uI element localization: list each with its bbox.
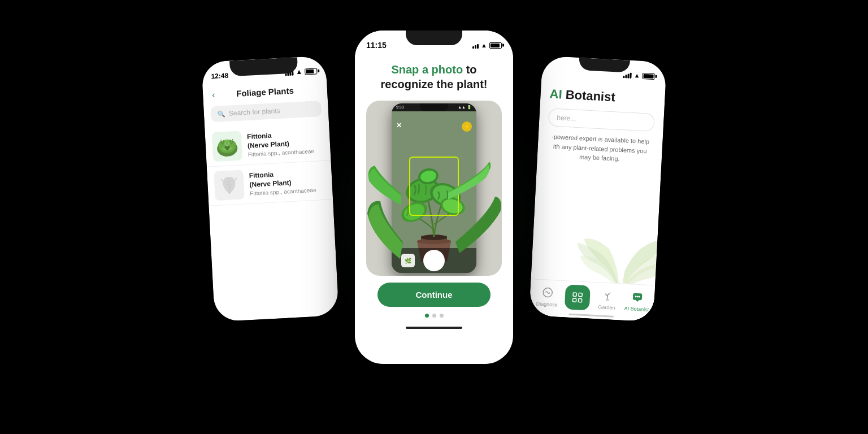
phone-center: 11:15 ▲ Snap a photo torecognize the pla… [355,31,513,364]
diagnose-icon [539,284,555,301]
dot-3 [440,314,444,318]
wifi-right-icon: ▲ [633,72,640,79]
scan-frame [409,157,459,216]
chat-svg [631,291,643,303]
snap-header: Snap a photo torecognize the plant! [355,55,513,101]
diagnose-label: Diagnose [536,301,558,308]
battery-icon [305,68,318,75]
search-bar[interactable]: 🔍 Search for plants [210,101,322,122]
flip-camera[interactable] [453,254,467,267]
phone-right: ▲ AI Botanist here... -powered expert is… [529,56,667,322]
camera-controls: 🌿 [392,248,476,273]
svg-rect-23 [578,298,581,302]
gallery-button[interactable]: 🌿 [401,254,415,267]
garden-label: Garden [598,304,615,311]
ai-botanist-icon [629,289,645,305]
time-right-spacer [553,71,565,72]
ai-botanist-label: AI Botanist [624,306,649,313]
nav-item-scan[interactable] [562,284,593,311]
nav-item-diagnose[interactable]: Diagnose [532,284,563,308]
home-bar [406,327,462,329]
continue-button[interactable]: Continue [377,283,491,307]
status-icons-right: ▲ [623,71,654,80]
time-center: 11:15 [366,41,387,50]
svg-rect-24 [605,299,609,301]
continue-wrapper: Continue [366,283,502,307]
ai-content: AI Botanist here... -powered expert is a… [537,80,666,176]
plant-item-2[interactable]: Fittonia(Nerve Plant) Fittonia spp., aca… [207,160,333,206]
ai-description: -powered expert is available to helpith … [546,132,654,165]
ai-chat-input[interactable]: here... [548,108,655,132]
fittonia-leaf-green [212,131,243,162]
deco-plant-svg [570,179,666,285]
battery-right [642,72,655,79]
notch-center [406,31,462,45]
fittonia-leaf-gray [216,172,242,198]
wifi-center-icon: ▲ [481,42,487,49]
nav-item-ai-botanist[interactable]: AI Botanist [622,289,653,313]
page-title: Foliage Plants [236,86,294,98]
back-button[interactable]: ‹ [212,89,215,99]
snap-title: Snap a photo torecognize the plant! [366,62,502,92]
flash-button[interactable]: ⚡ [462,121,472,132]
nav-item-garden[interactable]: Garden [592,287,623,311]
signal-center [472,42,479,49]
phone-right-screen: ▲ AI Botanist here... -powered expert is… [529,56,667,322]
plant-list: Fittonia(Nerve Plant) Fittonia spp., aca… [205,119,333,208]
home-bar-right [568,313,614,317]
plant-info-2: Fittonia(Nerve Plant) Fittonia spp., aca… [249,168,326,197]
inner-status: 9:30 ▲▲ 🔋 [392,105,476,110]
scan-icon-container [564,284,590,310]
garden-svg [601,290,613,302]
phone-left-screen: 12:48 ▲ ‹ Foliage Plants [201,56,339,322]
search-icon: 🔍 [218,110,226,118]
main-scene: 12:48 ▲ ‹ Foliage Plants [180,14,688,420]
battery-center [489,42,502,49]
status-icons-center: ▲ [472,42,502,49]
plant-item-1[interactable]: Fittonia(Nerve Plant) Fittonia spp., aca… [205,121,331,167]
camera-view: 9:30 ▲▲ 🔋 [366,101,502,276]
svg-rect-21 [578,293,581,296]
garden-icon [599,287,615,303]
plant-decoration [570,179,666,285]
dot-2 [432,314,436,318]
plant-name-1: Fittonia(Nerve Plant) [247,129,323,150]
ai-title: AI Botanist [549,86,656,107]
inner-phone: 9:30 ▲▲ 🔋 [392,103,476,273]
plant-thumbnail-2 [214,170,245,201]
svg-rect-20 [572,293,576,296]
wifi-icon: ▲ [296,68,303,76]
snap-title-highlight: Snap a photo [391,63,463,76]
shutter-button[interactable] [423,250,445,271]
dot-1 [425,314,429,318]
svg-rect-22 [572,298,576,302]
phone-center-screen: 11:15 ▲ Snap a photo torecognize the pla… [355,31,513,364]
time-left: 12:48 [211,72,228,81]
diagnose-svg [541,287,553,298]
plant-thumbnail-1 [212,131,243,162]
phone-left: 12:48 ▲ ‹ Foliage Plants [201,56,339,322]
close-camera-button[interactable]: ✕ [396,121,405,131]
pagination [355,314,513,318]
scan-svg [571,291,584,304]
plant-name-2: Fittonia(Nerve Plant) [249,168,325,189]
home-indicator [355,322,513,333]
botanist-label: Botanist [565,88,615,105]
plant-info-1: Fittonia(Nerve Plant) Fittonia spp., aca… [247,129,324,158]
ai-label: AI [549,86,562,101]
signal-right [623,71,632,79]
search-input[interactable]: Search for plants [229,107,280,118]
